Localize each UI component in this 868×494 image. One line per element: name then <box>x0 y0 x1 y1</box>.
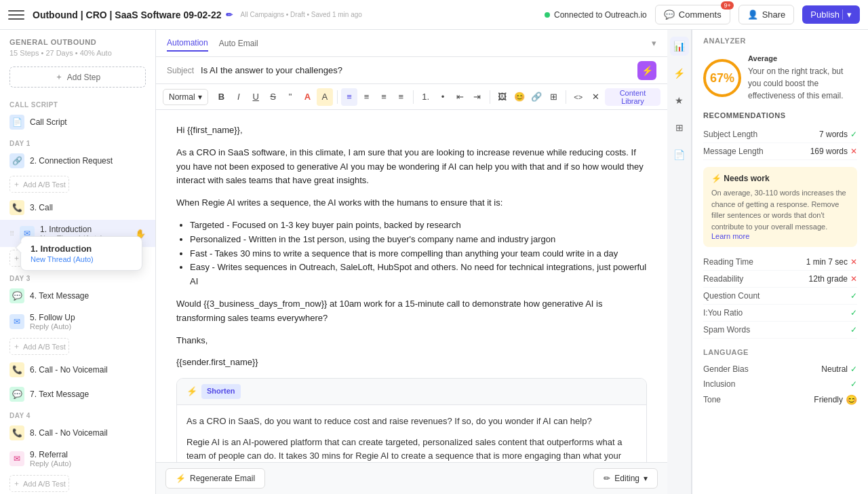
ai-para-1: As a CRO in SaaS, do you want to reduce … <box>186 415 637 429</box>
step-8-call[interactable]: 📞 8. Call - No Voicemail <box>0 421 155 445</box>
ordered-list-button[interactable]: 1. <box>418 88 433 106</box>
indent-left-button[interactable]: ⇤ <box>452 88 468 106</box>
step-6-call[interactable]: 📞 6. Call - No Voicemail <box>0 358 155 382</box>
align-left-button[interactable]: ≡ <box>341 88 357 106</box>
subject-row: Subject ⚡ <box>156 57 667 84</box>
shorten-icon: ⚡ <box>186 385 197 399</box>
call-script-item[interactable]: 📄 Call Script <box>0 110 155 134</box>
share-label: Share <box>762 10 786 20</box>
spam-check-icon: ✓ <box>850 325 857 335</box>
table-button[interactable]: ⊞ <box>546 88 561 106</box>
star-icon[interactable]: ★ <box>670 91 689 110</box>
emoji-button[interactable]: 😊 <box>511 88 527 106</box>
divider-1 <box>337 90 338 104</box>
link-button[interactable]: 🔗 <box>528 88 544 106</box>
content-library-button[interactable]: Content Library <box>605 88 660 106</box>
ai-suggestion-panel: ⚡ Shorten As a CRO in SaaS, do you want … <box>176 378 647 462</box>
analyzer-score-section: 67% Average Your on the right track, but… <box>692 45 868 417</box>
template-icon[interactable]: ⊞ <box>670 118 689 137</box>
bullet-1: Targeted - Focused on 1-3 key buyer pain… <box>190 218 647 233</box>
subject-check-icon: ✓ <box>850 130 857 139</box>
auto-email-tab[interactable]: Auto Email <box>219 36 258 51</box>
expand-icon[interactable]: ▾ <box>652 38 656 48</box>
iyou-check-icon: ✓ <box>850 308 857 318</box>
italic-button[interactable]: I <box>231 88 246 106</box>
step-4-text[interactable]: 💬 4. Text Message <box>0 284 155 308</box>
nav-title: Outbound | CRO | SaaS Software 09-02-22 … <box>33 10 233 20</box>
editor-body[interactable]: Hi {{first_name}}, As a CRO in SaaS soft… <box>156 110 667 462</box>
ai-para-2: Regie AI is an AI-powered platform that … <box>186 436 637 462</box>
sms-icon: 💬 <box>9 288 24 303</box>
readability-metric: Readability 12th grade ✕ <box>703 271 857 288</box>
publish-button[interactable]: Publish ▾ <box>802 5 860 24</box>
step-2-connection[interactable]: 🔗 2. Connection Request <box>0 149 155 173</box>
menu-button[interactable] <box>8 7 24 23</box>
linkedin-icon: 🔗 <box>9 153 24 168</box>
bold-button[interactable]: B <box>214 88 229 106</box>
editing-button[interactable]: ✏ Editing ▾ <box>593 468 658 489</box>
share-button[interactable]: 👤 Share <box>738 5 795 24</box>
strikethrough-button[interactable]: S <box>265 88 281 106</box>
edit-title-icon[interactable]: ✏ <box>226 10 233 20</box>
bullet-4: Easy - Writes sequences in Outreach, Sal… <box>190 261 647 289</box>
plus-icon: ＋ <box>13 341 20 352</box>
comment-icon: 💬 <box>664 10 675 20</box>
highlight-button[interactable]: A <box>317 88 332 106</box>
analyzer-panel: ANALYZER 67% Average Your on the right t… <box>692 30 868 494</box>
call-script-label: CALL SCRIPT <box>0 96 155 110</box>
step-1-intro[interactable]: ⠿ ✉ 1. Introduction New Thread (Auto) ✋ … <box>0 220 155 247</box>
add-ab-test-button-1[interactable]: ＋ Add A/B Test <box>9 176 69 193</box>
clear-format-button[interactable]: ✕ <box>587 88 603 106</box>
indent-right-button[interactable]: ⇥ <box>469 88 485 106</box>
language-title: Language <box>703 348 857 356</box>
day-1-label: DAY 1 <box>0 134 155 149</box>
font-color-button[interactable]: A <box>300 88 315 106</box>
unordered-list-button[interactable]: • <box>435 88 450 106</box>
bullet-list: Targeted - Focused on 1-3 key buyer pain… <box>176 218 647 289</box>
day-4-label: DAY 4 <box>0 406 155 421</box>
add-step-label: Add Step <box>67 73 100 82</box>
question-count-metric: Question Count ✓ <box>703 288 857 305</box>
plus-icon: ＋ <box>13 179 20 189</box>
add-ab-test-button-3[interactable]: ＋ Add A/B Test <box>9 338 69 355</box>
add-ab-test-button-4[interactable]: ＋ Add A/B Test <box>9 475 69 492</box>
subject-input[interactable] <box>201 65 637 75</box>
day-3-label: DAY 3 <box>0 269 155 284</box>
learn-more-link[interactable]: Learn more <box>711 232 849 240</box>
lightning-side-icon[interactable]: ⚡ <box>670 64 689 83</box>
comments-button[interactable]: 💬 Comments 9+ <box>655 5 730 24</box>
step-9-referral[interactable]: ✉ 9. Referral Reply (Auto) <box>0 445 155 472</box>
ai-suggestion-body: As a CRO in SaaS, do you want to reduce … <box>177 405 646 462</box>
plus-icon: ＋ <box>13 478 20 489</box>
add-step-button[interactable]: ＋ Add Step <box>9 66 146 88</box>
breadcrumb: All Campaigns • Draft • Saved 1 min ago <box>241 11 362 18</box>
bullet-3: Fast - Takes 30 mins to write a sequence… <box>190 247 647 261</box>
image-button[interactable]: 🖼 <box>494 88 509 106</box>
underline-button[interactable]: U <box>248 88 263 106</box>
inclusion-metric: Inclusion ✓ <box>703 377 857 392</box>
doc-icon[interactable]: 📄 <box>670 145 689 164</box>
format-toolbar: Normal ▾ B I U S " A A ≡ ≡ ≡ ≡ 1. • ⇤ ⇥ … <box>156 84 667 110</box>
step-3-call[interactable]: 📞 3. Call <box>0 195 155 220</box>
format-select[interactable]: Normal ▾ <box>163 89 208 105</box>
step-5-followup[interactable]: ✉ 5. Follow Up Reply (Auto) <box>0 308 155 335</box>
align-right-button[interactable]: ≡ <box>376 88 391 106</box>
step-7-text[interactable]: 💬 7. Text Message <box>0 382 155 406</box>
score-desc: Your on the right track, but you could b… <box>748 65 857 102</box>
align-center-button[interactable]: ≡ <box>359 88 374 106</box>
ai-subject-button[interactable]: ⚡ <box>637 61 656 80</box>
connection-label: Connected to Outreach.io <box>554 10 647 20</box>
automation-tab[interactable]: Automation <box>167 35 208 52</box>
comments-badge: 9+ <box>721 1 733 10</box>
shorten-badge: Shorten <box>201 384 241 399</box>
chart-icon[interactable]: 📊 <box>670 37 689 56</box>
quote-button[interactable]: " <box>282 88 298 106</box>
justify-button[interactable]: ≡ <box>393 88 409 106</box>
regenerate-email-button[interactable]: ⚡ Regenerate Email <box>165 468 265 489</box>
score-value: 67% <box>710 71 734 86</box>
divider-2 <box>413 90 414 104</box>
sms-icon-2: 💬 <box>9 387 24 402</box>
code-button[interactable]: <> <box>570 88 586 106</box>
regen-email-icon: ⚡ <box>176 474 186 483</box>
gender-check-icon: ✓ <box>850 364 857 374</box>
